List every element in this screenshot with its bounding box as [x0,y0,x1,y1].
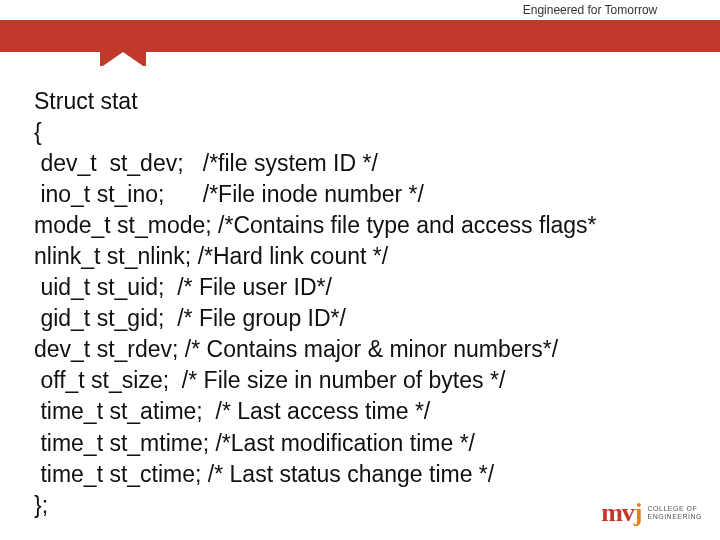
code-line: Struct stat [34,86,700,117]
logo-subtitle: COLLEGE OF ENGINEERING [647,505,702,520]
slide: Engineered for Tomorrow Struct stat { de… [0,0,720,540]
code-block: Struct stat { dev_t st_dev; /*file syste… [34,86,700,521]
logo-v: v [622,498,634,527]
code-line: uid_t st_uid; /* File user ID*/ [34,272,700,303]
logo-m: m [601,498,622,527]
brand-logo: mvj COLLEGE OF ENGINEERING [601,498,702,528]
notch-cut [100,52,146,68]
code-line: dev_t st_rdev; /* Contains major & minor… [34,334,700,365]
logo-sub-line2: ENGINEERING [647,513,702,520]
code-line: gid_t st_gid; /* File group ID*/ [34,303,700,334]
code-line: mode_t st_mode; /*Contains file type and… [34,210,700,241]
code-line: ino_t st_ino; /*File inode number */ [34,179,700,210]
code-line: dev_t st_dev; /*file system ID */ [34,148,700,179]
logo-j: j [634,498,642,527]
tagline-text: Engineered for Tomorrow [523,3,658,17]
code-line: time_t st_atime; /* Last access time */ [34,396,700,427]
code-line: }; [34,490,700,521]
code-line: time_t st_ctime; /* Last status change t… [34,459,700,490]
code-line: time_t st_mtime; /*Last modification tim… [34,428,700,459]
tagline-box: Engineered for Tomorrow [460,0,720,20]
logo-text: mvj [601,498,641,528]
code-line: { [34,117,700,148]
code-line: nlink_t st_nlink; /*Hard link count */ [34,241,700,272]
logo-sub-line1: COLLEGE OF [647,505,697,512]
code-line: off_t st_size; /* File size in number of… [34,365,700,396]
